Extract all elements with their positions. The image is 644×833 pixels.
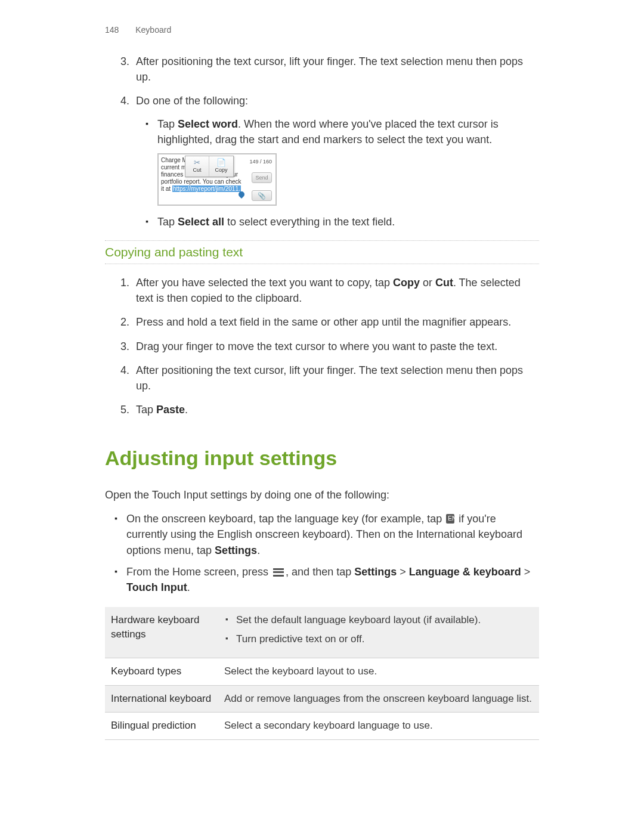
sub-select-all: Tap Select all to select everything in t… xyxy=(157,214,539,230)
intro-paragraph: Open the Touch Input settings by doing o… xyxy=(105,487,539,503)
table-row: Bilingual prediction Select a secondary … xyxy=(105,713,539,740)
sub-select-word: Tap Select word. When the word where you… xyxy=(157,116,539,206)
list-item: Turn predictive text on or off. xyxy=(236,632,533,647)
page-number: 148 xyxy=(105,24,119,36)
open-settings-bullets: On the onscreen keyboard, tap the langua… xyxy=(105,511,539,594)
document-page: 148 Keyboard After positioning the text … xyxy=(0,0,644,764)
bullet-lang-key: On the onscreen keyboard, tap the langua… xyxy=(126,511,539,558)
step-b5: Tap Paste. xyxy=(132,402,539,417)
scissors-icon: ✂ xyxy=(194,159,200,166)
step-b3: Drag your finger to move the text cursor… xyxy=(132,339,539,354)
table-row: International keyboard Add or remove lan… xyxy=(105,685,539,713)
row-value: Select a secondary keyboard language to … xyxy=(218,713,539,740)
page-header: 148 Keyboard xyxy=(105,24,539,36)
phone-screenshot: Charge Mr. Walker for the current market… xyxy=(157,153,277,206)
steps-list-b: After you have selected the text you wan… xyxy=(105,275,539,417)
step-b4: After positioning the text cursor, lift … xyxy=(132,363,539,394)
bullet-home-menu: From the Home screen, press , and then t… xyxy=(126,564,539,595)
row-value: Add or remove languages from the onscree… xyxy=(218,685,539,713)
char-counter: 149 / 160 xyxy=(249,158,272,166)
page-title: Adjusting input settings xyxy=(105,444,539,473)
table-row: Hardware keyboard settings Set the defau… xyxy=(105,607,539,658)
language-key-icon xyxy=(446,514,454,524)
menu-icon xyxy=(273,568,284,577)
table-row: Keyboard types Select the keyboard layou… xyxy=(105,658,539,686)
step-3: After positioning the text cursor, lift … xyxy=(132,54,539,85)
list-item: Set the default language keyboard layout… xyxy=(236,613,533,628)
step-4-sub: Tap Select word. When the word where you… xyxy=(136,116,539,230)
step-b2: Press and hold a text field in the same … xyxy=(132,314,539,330)
row-label: Keyboard types xyxy=(105,658,218,686)
settings-table: Hardware keyboard settings Set the defau… xyxy=(105,607,539,740)
row-label: International keyboard xyxy=(105,685,218,713)
header-section: Keyboard xyxy=(135,25,171,35)
row-value: Select the keyboard layout to use. xyxy=(218,658,539,686)
section-heading: Copying and pasting text xyxy=(105,240,539,264)
row-label: Hardware keyboard settings xyxy=(105,607,218,658)
copy-icon: 📄 xyxy=(216,159,226,166)
row-label: Bilingual prediction xyxy=(105,713,218,740)
cut-button[interactable]: ✂Cut xyxy=(185,156,209,176)
attach-button[interactable]: 📎 xyxy=(252,190,272,201)
send-button[interactable]: Send xyxy=(252,172,272,183)
copy-button[interactable]: 📄Copy xyxy=(209,156,233,176)
row-value: Set the default language keyboard layout… xyxy=(218,607,539,658)
mock-popup: ✂Cut 📄Copy xyxy=(185,156,234,177)
steps-list-a: After positioning the text cursor, lift … xyxy=(105,54,539,230)
step-b1: After you have selected the text you wan… xyxy=(132,275,539,306)
step-4: Do one of the following: Tap Select word… xyxy=(132,93,539,229)
